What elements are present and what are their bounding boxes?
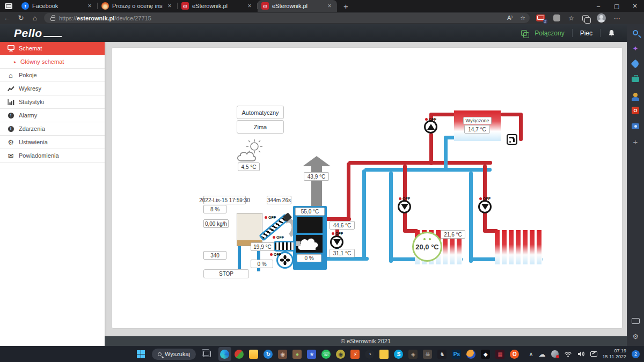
game-1-icon[interactable]: ◈	[407, 347, 420, 361]
bell-icon[interactable]	[608, 29, 615, 37]
amp-app-icon[interactable]: ⚡	[349, 347, 362, 361]
sidebar-item-glowny-schemat[interactable]: ▸ Główny schemat	[0, 55, 105, 69]
start-button[interactable]	[134, 347, 147, 361]
more-menu-icon[interactable]: ···	[614, 14, 620, 22]
taskbar-search[interactable]: Wyszukaj	[152, 349, 196, 360]
shopping-tag-icon[interactable]	[631, 60, 640, 68]
onedrive-cloud-icon[interactable]: ☁	[539, 350, 546, 358]
devices-icon[interactable]	[521, 30, 527, 36]
radiator2-return-riser	[469, 172, 473, 263]
fox-app-icon[interactable]: ◆	[479, 347, 492, 361]
sidebar-settings-icon[interactable]: ⚙	[631, 332, 640, 341]
tray-time: 07:19	[603, 348, 626, 354]
fan-power-label: 0 %	[251, 260, 273, 268]
game-3-icon[interactable]: ♞	[436, 347, 449, 361]
tools-icon[interactable]	[631, 75, 640, 84]
backup-app-icon[interactable]: ●	[291, 347, 304, 361]
favorites-icon[interactable]: ☆	[520, 14, 525, 21]
tab-esterownik-1[interactable]: es eSterownik.pl ×	[178, 0, 257, 12]
home-icon[interactable]: ⌂	[28, 14, 42, 22]
file-explorer-icon[interactable]	[247, 347, 260, 361]
task-view-icon[interactable]	[201, 347, 214, 361]
game-2-icon[interactable]: ☠	[421, 347, 434, 361]
add-sidebar-icon[interactable]: +	[631, 137, 640, 146]
sticky-note-icon[interactable]	[378, 347, 391, 361]
collections-star-icon[interactable]: ☆	[568, 14, 574, 22]
tray-chevron-icon[interactable]: ∧	[529, 351, 533, 358]
whatsapp-icon[interactable]: ☏	[320, 347, 333, 361]
profile-avatar[interactable]	[597, 13, 606, 23]
supply-riser-pipe	[347, 162, 350, 221]
tab-close-icon[interactable]: ×	[246, 2, 253, 10]
antivirus-icon[interactable]	[233, 347, 246, 361]
origin-icon[interactable]: O	[508, 347, 521, 361]
flame-icon	[296, 235, 323, 253]
pen-input-icon[interactable]	[590, 351, 597, 357]
minimize-button[interactable]: –	[589, 3, 608, 10]
stop-button[interactable]: STOP	[203, 269, 249, 278]
sidebar-search-icon[interactable]	[631, 28, 640, 37]
photos-app-icon[interactable]: ◉	[276, 347, 289, 361]
office-icon[interactable]: O	[631, 106, 640, 115]
header-divider	[572, 29, 573, 37]
edge-icon[interactable]	[218, 347, 231, 361]
tab-close-icon[interactable]: ×	[166, 2, 173, 10]
tab-close-icon[interactable]: ×	[86, 2, 93, 10]
games-person-icon[interactable]	[631, 91, 640, 99]
discover-icon[interactable]: ✦	[631, 44, 640, 53]
ball-app-icon[interactable]	[465, 347, 478, 361]
skype-icon[interactable]: S	[392, 347, 405, 361]
sidebar-item-label: Wykresy	[19, 85, 41, 92]
sidebar-item-zdarzenia[interactable]: i Zdarzenia	[0, 122, 105, 136]
speaker-icon[interactable]	[577, 351, 585, 357]
refresh-icon[interactable]: ↻	[14, 14, 28, 22]
wifi-icon[interactable]	[564, 351, 572, 357]
app-footer: © eSterownik 2021	[105, 336, 627, 346]
season-button[interactable]: Zima	[237, 120, 284, 134]
game-compass-icon[interactable]: ◉	[334, 347, 347, 361]
banner-icon[interactable]	[631, 316, 640, 325]
radiator1-return-riser	[389, 172, 393, 263]
mail-extension-icon[interactable]: 2	[536, 14, 545, 21]
maximize-button[interactable]: ▢	[608, 3, 626, 10]
sidebar-item-powiadomienia[interactable]: ✉ Powiadomienia	[0, 149, 105, 162]
close-button[interactable]: ✕	[626, 3, 644, 10]
tab-actions-icon[interactable]	[5, 3, 12, 9]
notification-badge[interactable]: 2	[632, 350, 640, 358]
taskbar-apps: ↻ ◉ ● ★ ☏ ◉ ⚡	[218, 347, 521, 361]
sidebar-item-pokoje[interactable]: ⌂ Pokoje	[0, 69, 105, 82]
sync-app-icon[interactable]: ↻	[262, 347, 275, 361]
sidebar-item-ustawienia[interactable]: ⚙ Ustawienia	[0, 136, 105, 149]
sidebar-item-wykresy[interactable]: Wykresy	[0, 82, 105, 95]
tab-forum[interactable]: Proszę o ocenę instalacji piec og ×	[98, 0, 177, 12]
feeder-status: OFF	[265, 216, 276, 219]
schematic-canvas: Automatyczny Zima 4,5 °C	[112, 47, 623, 329]
boiler: 55,0 °C 0 %	[293, 206, 327, 270]
tab-facebook[interactable]: f Facebook ×	[18, 0, 97, 12]
sidebar-nav: Schemat ▸ Główny schemat ⌂ Pokoje Wykres…	[0, 42, 105, 346]
tab-label: eSterownik.pl	[272, 3, 323, 9]
screenshot-icon[interactable]	[631, 122, 640, 130]
speedtest-icon[interactable]: ◔	[363, 347, 376, 361]
sidebar-item-statystyki[interactable]: Statystyki	[0, 95, 105, 109]
device-name[interactable]: Piec	[580, 29, 592, 37]
extensions-icon[interactable]	[553, 14, 560, 21]
grid-app-icon[interactable]: ▦	[494, 347, 507, 361]
collections-icon[interactable]	[582, 15, 589, 21]
sidebar-item-alarmy[interactable]: ! Alarmy	[0, 109, 105, 122]
mode-button[interactable]: Automatyczny	[237, 106, 284, 119]
sidebar-item-label: Schemat	[19, 45, 42, 51]
back-icon[interactable]: ←	[0, 14, 14, 22]
taskbar-clock[interactable]: 07:19 15.11.2022	[603, 348, 626, 360]
work-time-label: 344m 26s	[267, 196, 291, 204]
tray-app-icon[interactable]	[551, 350, 559, 358]
wizard-app-icon[interactable]: ★	[305, 347, 318, 361]
tab-esterownik-active[interactable]: es eSterownik.pl ×	[258, 0, 337, 12]
read-aloud-icon[interactable]: A⁾	[507, 14, 513, 21]
browser-titlebar: f Facebook × Proszę o ocenę instalacji p…	[0, 0, 644, 12]
tab-close-icon[interactable]: ×	[326, 2, 333, 10]
sidebar-item-schemat[interactable]: Schemat	[0, 42, 105, 55]
url-bar[interactable]: https://esterownik.pl/device/27715 A⁾ ☆	[44, 13, 530, 23]
photoshop-icon[interactable]: Ps	[450, 347, 463, 361]
new-tab-button[interactable]: +	[343, 2, 348, 11]
